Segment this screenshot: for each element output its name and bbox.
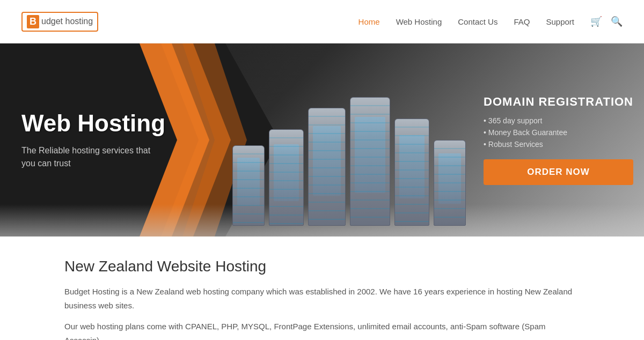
- domain-registration-block: DOMAIN REGISTRATION • 365 day support • …: [484, 95, 633, 185]
- domain-title: DOMAIN REGISTRATION: [484, 95, 633, 109]
- nav-icons: 🛒 🔍: [590, 16, 623, 27]
- feature-3: • Robust Services: [484, 140, 633, 149]
- nav-support[interactable]: Support: [546, 17, 574, 26]
- server-unit-4: [350, 97, 390, 226]
- server-unit-5: [394, 119, 429, 226]
- header: B udget hosting Home Web Hosting Contact…: [0, 0, 644, 43]
- nav-faq[interactable]: FAQ: [514, 17, 530, 26]
- hero-banner: Web Hosting The Reliable hosting service…: [0, 43, 644, 236]
- section-body-1: Budget Hosting is a New Zealand web host…: [64, 285, 580, 312]
- server-group: [232, 97, 466, 226]
- main-nav: Home Web Hosting Contact Us FAQ Support …: [358, 16, 623, 27]
- hero-title: Web Hosting: [21, 110, 165, 137]
- nav-web-hosting[interactable]: Web Hosting: [396, 17, 442, 26]
- search-icon[interactable]: 🔍: [611, 16, 623, 27]
- logo-box: B udget hosting: [21, 12, 98, 32]
- hero-text-block: Web Hosting The Reliable hosting service…: [21, 110, 165, 170]
- server-unit-3: [308, 108, 346, 226]
- hero-subtitle: The Reliable hosting services that you c…: [21, 144, 165, 170]
- nav-home[interactable]: Home: [358, 17, 380, 26]
- section-body-2: Our web hosting plans come with CPANEL, …: [64, 320, 580, 340]
- logo[interactable]: B udget hosting: [21, 12, 98, 32]
- logo-b-letter: B: [27, 15, 39, 28]
- server-unit-2: [269, 129, 304, 226]
- order-now-button[interactable]: ORDER NOW: [484, 159, 633, 185]
- feature-1: • 365 day support: [484, 116, 633, 125]
- cart-icon[interactable]: 🛒: [590, 16, 602, 27]
- domain-features-list: • 365 day support • Money Back Guarantee…: [484, 116, 633, 149]
- feature-2: • Money Back Guarantee: [484, 128, 633, 137]
- nav-contact-us[interactable]: Contact Us: [458, 17, 497, 26]
- section-title: New Zealand Website Hosting: [64, 258, 580, 275]
- main-content: New Zealand Website Hosting Budget Hosti…: [0, 236, 644, 340]
- server-unit-1: [232, 145, 265, 226]
- hero-servers-illustration: [215, 54, 483, 226]
- server-unit-6: [434, 140, 466, 226]
- logo-text: udget hosting: [41, 17, 93, 26]
